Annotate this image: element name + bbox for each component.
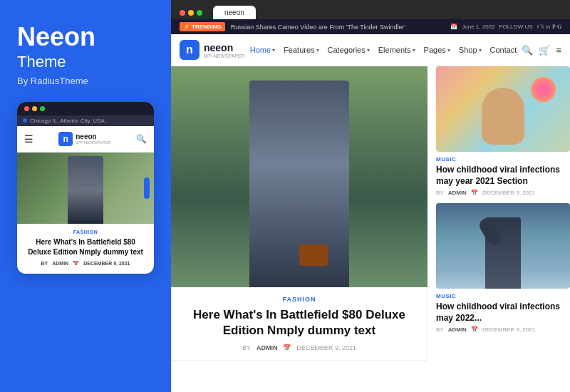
- main-article-title[interactable]: Here What's In Battlefield $80 Deluxe Ed…: [182, 307, 417, 339]
- browser-dot-red: [180, 10, 185, 16]
- nav-item-elements[interactable]: Elements ▾: [378, 46, 415, 54]
- chevron-down-icon: ▾: [272, 47, 275, 53]
- mobile-url-bar: Chicago IL, Atlantic City, USA: [17, 115, 154, 126]
- mobile-figure: [68, 156, 103, 224]
- main-article-author[interactable]: ADMIN: [256, 344, 278, 351]
- left-brand: Neeon Theme By RadiusTheme: [17, 23, 154, 86]
- mobile-article-meta: BY ADMIN 📅 DECEMBER 9, 2021: [24, 261, 147, 267]
- nav-logo-sub: WP-NEWSPAPER: [204, 53, 245, 58]
- nav-search-icon[interactable]: 🔍: [522, 45, 533, 56]
- sidebar-author-1[interactable]: ADMIN: [448, 190, 467, 196]
- browser-tab[interactable]: neeon: [213, 6, 256, 19]
- mobile-scroll-indicator[interactable]: [144, 177, 150, 199]
- hamburger-icon[interactable]: ☰: [24, 133, 33, 145]
- sidebar-title-1[interactable]: How childhood viral infections may year …: [436, 165, 570, 187]
- nav-logo-name: neeon: [204, 42, 245, 53]
- mobile-calendar-icon: 📅: [73, 261, 79, 267]
- social-icons: f 𝕏 in 𝐏 𝐆: [537, 24, 561, 31]
- nav-menu: Home ▾ Features ▾ Categories ▾ Elements …: [250, 46, 517, 54]
- sidebar-category-1: MUSIC: [436, 156, 570, 163]
- sidebar-image-1: [436, 66, 570, 152]
- main-article-by: BY: [242, 344, 251, 351]
- sidebar-meta-2: BY ADMIN 📅 DECEMBER 9, 2021: [436, 326, 570, 333]
- dot-green: [40, 106, 45, 111]
- sidebar-article-1: MUSIC How childhood viral infections may…: [436, 66, 570, 196]
- sidebar-lollipop: [531, 77, 556, 102]
- mobile-article-title: Here What's In Battlefield $80 Deluxe Ed…: [24, 237, 147, 257]
- mobile-logo-name: neeon: [76, 133, 111, 140]
- mobile-logo: neeon WP-NEWSPAPER: [58, 132, 111, 146]
- nav-item-contact[interactable]: Contact: [490, 46, 517, 54]
- nav-logo-icon: n: [180, 40, 200, 60]
- nav-item-pages[interactable]: Pages ▾: [424, 46, 450, 54]
- trending-text: Russian Shares Cameo Video are From 'The…: [231, 24, 445, 31]
- mobile-mockup: Chicago IL, Atlantic City, USA ☰ neeon W…: [17, 102, 154, 274]
- sidebar-by-1: BY: [436, 190, 444, 196]
- trending-right: 📅 June 1, 2022 FOLLOW US f 𝕏 in 𝐏 𝐆: [450, 24, 561, 31]
- sidebar-meta-1: BY ADMIN 📅 DECEMBER 9, 2021: [436, 190, 570, 196]
- content-area: FASHION Here What's In Battlefield $80 D…: [171, 66, 570, 392]
- nav-actions: 🔍 🛒 ≡: [522, 45, 561, 56]
- sidebar-author-2[interactable]: ADMIN: [448, 326, 467, 333]
- chevron-down-icon: ▾: [413, 47, 415, 53]
- mobile-search-icon[interactable]: 🔍: [136, 134, 147, 144]
- main-nav: n neeon WP-NEWSPAPER Home ▾ Features ▾ C…: [171, 34, 570, 66]
- url-dot: [23, 118, 27, 123]
- chevron-down-icon: ▾: [316, 47, 319, 53]
- nav-logo: n neeon WP-NEWSPAPER: [180, 40, 245, 60]
- lightning-icon: ⚡: [183, 24, 190, 30]
- follow-us-label: FOLLOW US: [499, 24, 533, 30]
- main-article-date: DECEMBER 9, 2021: [296, 344, 356, 351]
- nav-item-features[interactable]: Features ▾: [284, 46, 318, 54]
- browser-chrome: neeon: [171, 0, 570, 19]
- mobile-logo-text-wrap: neeon WP-NEWSPAPER: [76, 133, 111, 145]
- mobile-logo-sub: WP-NEWSPAPER: [76, 140, 111, 145]
- dot-yellow: [32, 106, 37, 111]
- dot-red: [24, 106, 29, 111]
- right-sidebar: MUSIC How childhood viral infections may…: [428, 66, 570, 392]
- chevron-down-icon: ▾: [447, 47, 450, 53]
- sidebar-category-2: MUSIC: [436, 293, 570, 299]
- trending-label-text: TRENDING: [192, 24, 222, 30]
- main-article-image: [171, 66, 428, 287]
- mobile-author: ADMIN: [52, 261, 68, 266]
- mobile-article-image: [17, 153, 154, 224]
- mobile-header-dots: [17, 102, 154, 115]
- nav-menu-icon[interactable]: ≡: [556, 45, 561, 56]
- nav-item-categories[interactable]: Categories ▾: [328, 46, 370, 54]
- browser-dot-yellow: [188, 10, 194, 16]
- brand-name: Neeon: [17, 23, 154, 51]
- article-camera: [299, 244, 328, 266]
- by-line: By RadiusTheme: [17, 76, 154, 86]
- trending-date: June 1, 2022: [462, 24, 494, 30]
- main-article-category: FASHION: [182, 296, 417, 303]
- nav-cart-icon[interactable]: 🛒: [539, 45, 550, 56]
- sidebar-image-2: [436, 203, 570, 289]
- mobile-url-text: Chicago IL, Atlantic City, USA: [30, 118, 105, 124]
- trending-label: ⚡ TRENDING: [180, 22, 225, 31]
- browser-dots: [180, 10, 202, 16]
- main-article-meta: BY ADMIN 📅 DECEMBER 9, 2021: [182, 344, 417, 351]
- mobile-logo-icon: [58, 132, 73, 146]
- trending-bar: ⚡ TRENDING Russian Shares Cameo Video ar…: [171, 19, 570, 34]
- chevron-down-icon: ▾: [367, 47, 370, 53]
- sidebar-date-2: DECEMBER 9, 2021: [482, 326, 535, 333]
- left-panel: Neeon Theme By RadiusTheme Chicago IL, A…: [0, 0, 171, 392]
- browser-content: ⚡ TRENDING Russian Shares Cameo Video ar…: [171, 19, 570, 392]
- nav-item-home[interactable]: Home ▾: [250, 46, 275, 54]
- sidebar-article-2: MUSIC How childhood viral infections may…: [436, 203, 570, 333]
- mobile-article-content: FASHION Here What's In Battlefield $80 D…: [17, 224, 154, 274]
- mobile-by: BY: [41, 261, 48, 266]
- sidebar-title-2[interactable]: How childhood viral infections may 2022.…: [436, 301, 570, 324]
- sidebar-by-2: BY: [436, 326, 444, 333]
- main-article-info: FASHION Here What's In Battlefield $80 D…: [171, 287, 428, 361]
- brand-theme: Theme: [17, 53, 154, 71]
- nav-logo-text-wrap: neeon WP-NEWSPAPER: [204, 42, 245, 58]
- nav-item-shop[interactable]: Shop ▾: [459, 46, 482, 54]
- chevron-down-icon: ▾: [479, 47, 482, 53]
- right-panel: neeon ⚡ TRENDING Russian Shares Cameo Vi…: [171, 0, 570, 392]
- main-article-calendar-icon: 📅: [283, 344, 291, 351]
- sidebar-calendar-icon-1: 📅: [471, 190, 478, 196]
- sidebar-calendar-icon-2: 📅: [471, 326, 478, 333]
- mobile-date: DECEMBER 9, 2021: [83, 261, 130, 266]
